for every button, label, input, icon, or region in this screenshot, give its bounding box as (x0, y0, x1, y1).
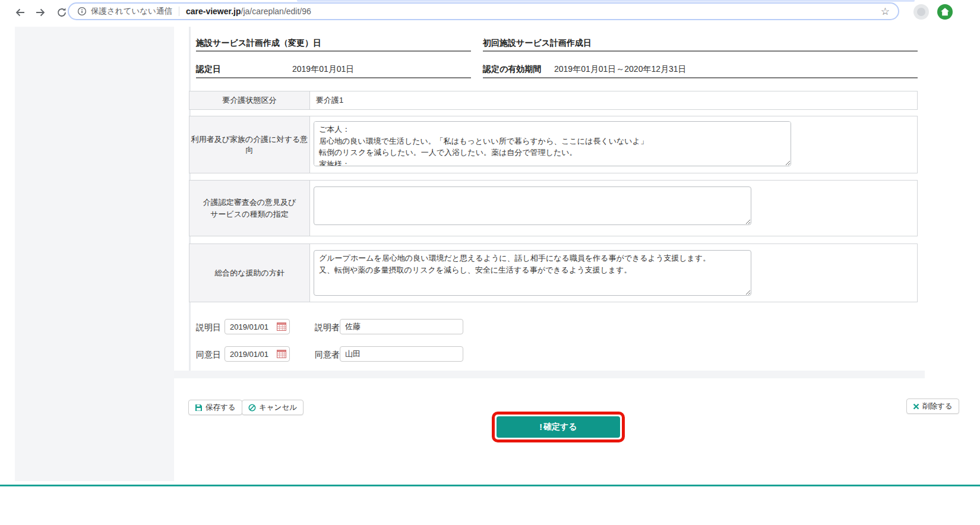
confirm-button[interactable]: ! 確定する (497, 416, 620, 438)
row-policy: 総合的な援助の方針 グループホームを居心地の良い環境だと思えるように、話し相手に… (189, 243, 918, 302)
info-icon (77, 7, 87, 16)
screen: 保護されていない通信 care-viewer.jp/ja/careplan/ed… (0, 0, 980, 525)
url-text: care-viewer.jp/ja/careplan/edit/96 (186, 7, 311, 16)
tab-strip-remnant (297, 0, 915, 2)
extension-icon-gray[interactable] (913, 4, 929, 20)
delete-icon (913, 403, 919, 410)
confirm-label: 確定する (543, 422, 577, 432)
extension-icon-green[interactable] (937, 4, 953, 20)
exclamation-icon: ! (539, 422, 542, 432)
forward-arrow-icon (34, 7, 46, 18)
security-chip[interactable]: 保護されていない通信 (77, 6, 172, 17)
reload-icon (56, 7, 67, 18)
save-icon (195, 404, 203, 412)
first-plan-date-label: 初回施設サービス計画作成日 (483, 38, 592, 49)
field-certification-period: 認定の有効期間 2019年01月01日～2020年12月31日 (483, 62, 918, 78)
save-button[interactable]: 保存する (188, 400, 242, 415)
care-level-value: 要介護1 (310, 91, 917, 109)
explain-date-label: 説明日 (196, 322, 221, 333)
field-first-plan-date: 初回施設サービス計画作成日 (483, 36, 918, 52)
certification-period-value: 2019年01月01日～2020年12月31日 (554, 64, 687, 75)
back-button[interactable] (13, 5, 27, 20)
chip-divider (179, 7, 179, 16)
security-label: 保護されていない通信 (91, 6, 172, 17)
certification-period-label: 認定の有効期間 (483, 64, 554, 75)
sidebar-panel (15, 27, 174, 481)
consent-date-label: 同意日 (196, 350, 221, 360)
forward-button[interactable] (33, 5, 48, 20)
field-plan-change-date: 施設サービス計画作成（変更）日 (196, 36, 471, 52)
footer-divider (0, 485, 980, 486)
plan-change-date-label: 施設サービス計画作成（変更）日 (196, 38, 321, 49)
committee-value-cell (310, 181, 917, 236)
url-domain: care-viewer.jp (186, 7, 241, 16)
intention-value-cell: ご本人： 居心地の良い環境で生活したい。「私はもっといい所で暮らすから、ここには… (310, 116, 917, 173)
cancel-label: キャンセル (259, 403, 297, 413)
consenter-input[interactable] (340, 346, 463, 362)
back-arrow-icon (14, 7, 26, 18)
browser-toolbar: 保護されていない通信 care-viewer.jp/ja/careplan/ed… (0, 0, 980, 24)
field-certification-date: 認定日 2019年01月01日 (196, 62, 471, 78)
panel-bottom-strip (174, 371, 925, 378)
consent-date-field (225, 346, 290, 362)
row-intention: 利用者及び家族の介護に対する意向 ご本人： 居心地の良い環境で生活したい。「私は… (189, 116, 918, 173)
certification-date-value: 2019年01月01日 (292, 64, 354, 75)
row-committee: 介護認定審査会の意見及び サービスの種類の指定 (189, 180, 918, 236)
save-label: 保存する (206, 403, 236, 413)
care-level-label: 要介護状態区分 (189, 91, 310, 109)
policy-value-cell: グループホームを居心地の良い環境だと思えるように、話し相手になる職員を作る事がで… (310, 244, 917, 302)
consenter-label: 同意者 (315, 350, 340, 360)
bookmark-star-icon[interactable]: ☆ (881, 7, 890, 17)
explain-date-field (225, 319, 290, 334)
committee-label: 介護認定審査会の意見及び サービスの種類の指定 (189, 181, 310, 236)
reload-button[interactable] (55, 5, 69, 20)
committee-textarea[interactable] (314, 186, 751, 225)
row-care-level: 要介護状態区分 要介護1 (189, 91, 918, 110)
cancel-icon (248, 404, 256, 412)
url-path: /ja/careplan/edit/96 (241, 7, 311, 16)
policy-label: 総合的な援助の方針 (189, 244, 310, 302)
delete-label: 削除する (922, 401, 953, 412)
explainer-label: 説明者 (315, 322, 340, 333)
calendar-icon[interactable] (277, 350, 286, 358)
calendar-icon[interactable] (277, 322, 286, 331)
intention-textarea[interactable]: ご本人： 居心地の良い環境で生活したい。「私はもっといい所で暮らすから、ここには… (314, 121, 791, 166)
intention-label: 利用者及び家族の介護に対する意向 (189, 116, 310, 173)
delete-button[interactable]: 削除する (906, 399, 959, 414)
address-bar[interactable]: 保護されていない通信 care-viewer.jp/ja/careplan/ed… (68, 2, 899, 20)
certification-date-label: 認定日 (196, 64, 292, 75)
cancel-button[interactable]: キャンセル (242, 400, 304, 415)
explainer-input[interactable] (340, 319, 463, 334)
policy-textarea[interactable]: グループホームを居心地の良い環境だと思えるように、話し相手になる職員を作る事がで… (314, 250, 751, 296)
